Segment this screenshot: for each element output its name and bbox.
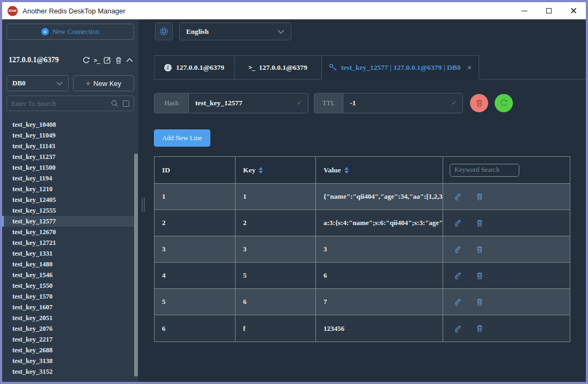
key-name-input[interactable] [189,99,297,107]
language-value: English [186,27,209,36]
pencil-icon [454,271,462,280]
settings-button[interactable] [155,23,173,40]
key-list-item[interactable]: test_key_11237 [2,151,134,162]
column-header-value[interactable]: Value [316,157,443,183]
close-icon: ✕ [570,6,577,16]
key-list-item[interactable]: test_key_1210 [2,184,134,194]
pencil-icon [454,219,462,227]
add-new-line-button[interactable]: Add New Line [154,129,210,147]
sidebar-scrollbar-thumb[interactable] [134,154,138,376]
row-delete-button[interactable] [476,324,483,333]
exact-search-checkbox[interactable] [123,100,129,107]
cell-key: 6 [236,289,316,315]
key-list-item[interactable]: test_key_1194 [2,173,134,184]
table-row: 6 f 123456 [155,315,570,342]
cell-id: 6 [155,315,236,342]
cell-key: 2 [236,210,316,236]
key-list-item[interactable]: test_key_12405 [2,194,134,205]
connection-name: 127.0.0.1@6379 [9,56,59,64]
key-list-item[interactable]: test_key_12670 [2,227,134,237]
tab-bar: i 127.0.0.1@6379 >_ 127.0.0.1@6379 test_… [154,55,586,79]
terminal-icon[interactable]: >_ [94,57,100,64]
table-row: 4 5 6 [155,263,570,289]
chevron-down-icon [56,82,63,85]
key-list-item[interactable]: test_key_1331 [2,248,134,259]
key-list-item[interactable]: test_key_11500 [2,162,134,173]
refresh-connection-icon[interactable] [82,56,90,64]
key-list-item[interactable]: test_key_1546 [2,270,134,280]
row-edit-button[interactable] [454,219,462,227]
new-connection-button[interactable]: + New Connection [6,24,134,40]
tab-key-detail-label: test_key_12577 | 127.0.0.1@6379 | DB0 [341,63,461,72]
key-list-item[interactable]: test_key_11049 [2,130,134,141]
keyword-search-input[interactable] [450,164,519,177]
cell-value: 3 [316,236,443,262]
cell-id: 5 [155,289,236,315]
refresh-key-button[interactable] [495,94,513,112]
row-delete-button[interactable] [476,298,483,306]
table-body: 1 1 {"name":"qii404","age":34,"aa":[1,2,… [155,184,570,342]
key-list-item[interactable]: test_key_3138 [2,356,134,366]
table-row: 3 3 3 [155,236,570,263]
key-name-group: Hash ✓ [154,93,308,113]
row-edit-button[interactable] [454,298,462,306]
cell-value: 6 [316,263,443,288]
key-list-item[interactable]: test_key_11143 [2,141,134,151]
close-button[interactable]: ✕ [561,2,586,19]
tab-close-icon[interactable]: × [467,63,472,72]
row-delete-button[interactable] [476,219,483,227]
collapse-connection-icon[interactable] [126,58,133,62]
delete-connection-icon[interactable] [115,56,122,64]
key-list-item[interactable]: test_key_1480 [2,259,134,270]
key-list-item[interactable]: test_key_12555 [2,205,134,216]
trash-icon [476,245,483,253]
key-list-item[interactable]: test_key_2051 [2,313,134,323]
row-delete-button[interactable] [476,245,483,253]
row-delete-button[interactable] [476,192,483,201]
key-list-item[interactable]: test_key_1607 [2,302,134,313]
tab-terminal[interactable]: >_ 127.0.0.1@6379 [234,55,322,79]
key-list-item[interactable]: test_key_2688 [2,345,134,356]
cell-value: a:3:{s:4:"name";s:6:"qii404";s:3:"age";i… [316,210,443,236]
row-edit-button[interactable] [454,192,462,201]
check-icon[interactable]: ✓ [297,99,308,107]
key-list-item[interactable]: test_key_1570 [2,291,134,302]
maximize-button[interactable] [536,2,561,19]
info-icon: i [164,64,172,71]
db-select[interactable]: DB0 [6,75,69,91]
sort-icon[interactable] [259,167,263,173]
key-search-input[interactable] [11,99,111,108]
key-list-item[interactable]: test_key_12721 [2,237,134,248]
cell-value: 7 [316,289,443,315]
terminal-icon: >_ [248,64,254,71]
key-list-item[interactable]: test_key_1550 [2,280,134,291]
sidebar-scrollbar [134,119,138,380]
key-list-item[interactable]: test_key_12577 [2,216,134,227]
sidebar-splitter[interactable] [138,19,149,382]
row-edit-button[interactable] [454,245,462,253]
language-select[interactable]: English [179,23,291,40]
row-delete-button[interactable] [476,271,483,280]
tab-connection-status[interactable]: i 127.0.0.1@6379 [154,55,234,79]
row-edit-button[interactable] [454,271,462,280]
key-list-item[interactable]: test_key_3152 [2,366,134,377]
ttl-label: TTL [314,93,343,113]
column-header-key[interactable]: Key [236,157,316,183]
check-icon[interactable]: ✓ [451,99,462,107]
key-list-item[interactable]: test_key_10408 [2,119,134,130]
row-edit-button[interactable] [454,324,462,333]
sort-icon[interactable] [344,167,349,173]
column-header-actions [443,157,570,183]
trash-icon [475,99,483,107]
delete-key-button[interactable] [470,94,488,112]
tab-key-detail[interactable]: test_key_12577 | 127.0.0.1@6379 | DB0 × [322,55,479,79]
ttl-input[interactable] [343,99,451,107]
minimize-button[interactable] [512,2,536,19]
table-row: 5 6 7 [155,289,570,315]
key-list-item[interactable]: test_key_2217 [2,334,134,345]
table-row: 1 1 {"name":"qii404","age":34,"aa":[1,2,… [155,184,570,210]
key-list-item[interactable]: test_key_2076 [2,323,134,334]
connection-row[interactable]: 127.0.0.1@6379 >_ [9,55,133,66]
new-key-button[interactable]: + New Key [73,75,134,91]
edit-connection-icon[interactable] [104,56,111,64]
